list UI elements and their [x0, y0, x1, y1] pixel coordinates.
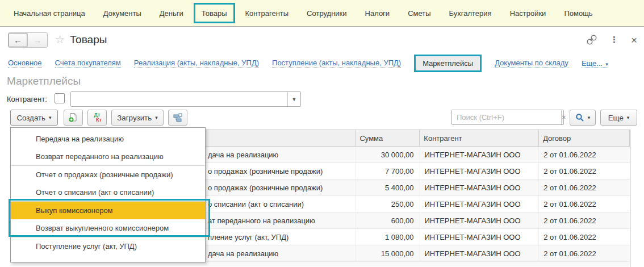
- cell-amount: 30 000,00: [356, 147, 420, 162]
- copy-document-icon: [68, 112, 78, 123]
- search-icon: [575, 113, 584, 122]
- cell-amount: 5 400,00: [356, 180, 420, 195]
- menu-item-transfer-for-sale[interactable]: Передача на реализацию: [11, 130, 205, 148]
- cell-contractor: ИНТЕРНЕТ-МАГАЗИН ООО: [420, 212, 540, 228]
- copy-document-button[interactable]: [64, 110, 83, 126]
- history-nav: ← →: [8, 32, 48, 48]
- cell-contract: 2 от 01.06.2022: [539, 212, 630, 228]
- tab-marketplaces[interactable]: Маркетплейсы: [414, 55, 482, 72]
- menu-item-commission-buyout[interactable]: Выкуп комиссионером: [11, 202, 205, 219]
- chevron-down-icon: ▾: [627, 115, 630, 120]
- tab-marketplaces-label: Маркетплейсы: [423, 59, 473, 68]
- menu-item-home[interactable]: Начальная страница: [6, 3, 93, 23]
- create-button-label: Создать: [16, 114, 45, 122]
- menu-item-contractors[interactable]: Контрагенты: [237, 3, 297, 23]
- cell-contractor: ИНТЕРНЕТ-МАГАЗИН ООО: [420, 245, 540, 261]
- cell-contractor: ИНТЕРНЕТ-МАГАЗИН ООО: [420, 180, 540, 195]
- contractor-input[interactable]: [71, 92, 287, 106]
- cell-contractor: ИНТЕРНЕТ-МАГАЗИН ООО: [420, 229, 540, 245]
- chevron-down-icon: ▾: [155, 115, 158, 120]
- section-tabs: Основное Счета покупателям Реализация (а…: [0, 54, 644, 73]
- tab-receipts[interactable]: Поступление (акты, накладные, УПД): [272, 59, 401, 68]
- menu-item-services-receipt[interactable]: Поступление услуг (акт, УПД): [11, 237, 205, 255]
- document-structure-icon: [173, 112, 183, 123]
- link-icon[interactable]: [586, 34, 597, 45]
- close-icon[interactable]: ×: [631, 35, 637, 45]
- menu-item-documents[interactable]: Документы: [95, 3, 149, 23]
- cell-amount: 1 080,00: [356, 229, 420, 245]
- create-dropdown-menu: Передача на реализацию Возврат переданно…: [10, 127, 206, 262]
- list-heading: Маркетплейсы: [7, 75, 81, 87]
- contractor-dropdown-button[interactable]: ▼: [287, 92, 300, 106]
- search-box: ×: [451, 110, 564, 125]
- cell-contractor: ИНТЕРНЕТ-МАГАЗИН ООО: [420, 163, 540, 179]
- list-toolbar: Создать▾ Дт Кт Загрузить▾ ×: [0, 109, 644, 127]
- cell-contractor: ИНТЕРНЕТ-МАГАЗИН ООО: [420, 147, 540, 162]
- cell-contractor: ИНТЕРНЕТ-МАГАЗИН ООО: [420, 196, 540, 212]
- more-button-label: Еще: [608, 114, 624, 122]
- chevron-down-icon: ▾: [605, 61, 608, 67]
- cell-contract: 2 от 01.06.2022: [539, 196, 630, 212]
- cell-contract: 2 от 01.06.2022: [539, 163, 630, 179]
- menu-item-taxes[interactable]: Налоги: [357, 3, 398, 23]
- menu-item-settings[interactable]: Настройки: [502, 3, 554, 23]
- cell-amount: 600,00: [356, 212, 420, 228]
- menu-item-return-of-bought-out[interactable]: Возврат выкупленного комиссионером: [11, 219, 205, 237]
- main-menu-bar: Начальная страница Документы Деньги Това…: [0, 0, 644, 27]
- page-title: Товары: [70, 34, 107, 46]
- tab-warehouse-docs[interactable]: Документы по складу: [495, 59, 568, 68]
- menu-item-help[interactable]: Помощь: [556, 3, 600, 23]
- chevron-down-icon: ▾: [49, 115, 52, 120]
- debit-credit-button[interactable]: Дт Кт: [87, 110, 107, 126]
- cell-amount: 15 000,00: [356, 245, 420, 261]
- column-header-contract[interactable]: Договор: [539, 130, 630, 146]
- title-bar: ← → ☆ Товары ⋮ ×: [0, 27, 644, 54]
- tab-invoices[interactable]: Счета покупателям: [55, 59, 121, 68]
- table-partial-row: [10, 262, 630, 266]
- menu-item-sales-report[interactable]: Отчет о продажах (розничные продажи): [11, 166, 205, 183]
- tab-more[interactable]: Еще...▾: [582, 59, 608, 68]
- search-clear-button[interactable]: ×: [561, 110, 566, 124]
- tab-more-label: Еще...: [582, 59, 603, 68]
- column-header-contractor[interactable]: Контрагент: [420, 130, 539, 146]
- column-header-amount[interactable]: Сумма: [356, 130, 420, 146]
- contractor-filter-label: Контрагент:: [7, 95, 47, 103]
- cell-contract: 2 от 01.06.2022: [539, 147, 630, 162]
- menu-item-employees[interactable]: Сотрудники: [299, 3, 354, 23]
- chevron-down-icon: ▾: [588, 115, 591, 120]
- search-input[interactable]: [452, 110, 561, 124]
- load-button[interactable]: Загрузить▾: [111, 110, 164, 126]
- cell-amount: 7 700,00: [356, 163, 420, 179]
- menu-item-accounting[interactable]: Бухгалтерия: [441, 3, 500, 23]
- favorite-star-icon[interactable]: ☆: [55, 33, 65, 46]
- load-button-label: Загрузить: [117, 114, 152, 122]
- more-button[interactable]: Еще▾: [600, 110, 637, 126]
- cell-contract: 2 от 01.06.2022: [539, 180, 630, 195]
- tab-main[interactable]: Основное: [8, 59, 42, 68]
- forward-button[interactable]: →: [28, 33, 47, 47]
- menu-item-return-of-transferred[interactable]: Возврат переданного на реализацию: [11, 148, 205, 165]
- contractor-filter-checkbox[interactable]: [55, 93, 65, 103]
- more-actions-icon[interactable]: ⋮: [610, 35, 618, 45]
- menu-item-estimates[interactable]: Сметы: [400, 3, 438, 23]
- document-structure-button[interactable]: [168, 110, 187, 126]
- menu-item-writeoff-report[interactable]: Отчет о списании (акт о списании): [11, 183, 205, 201]
- tab-sales[interactable]: Реализация (акты, накладные, УПД): [134, 59, 259, 68]
- create-button[interactable]: Создать▾: [10, 110, 58, 126]
- cell-contract: 2 от 01.06.2022: [539, 229, 630, 245]
- cell-contract: 2 от 01.06.2022: [539, 245, 630, 261]
- cell-amount: 250,00: [356, 196, 420, 212]
- back-button[interactable]: ←: [9, 33, 28, 47]
- contractor-combobox: ▼: [70, 91, 301, 107]
- menu-item-goods[interactable]: Товары: [194, 3, 235, 23]
- menu-item-money[interactable]: Деньги: [152, 3, 191, 23]
- filter-row: Контрагент: ▼: [0, 91, 644, 109]
- search-settings-button[interactable]: ▾: [570, 110, 596, 126]
